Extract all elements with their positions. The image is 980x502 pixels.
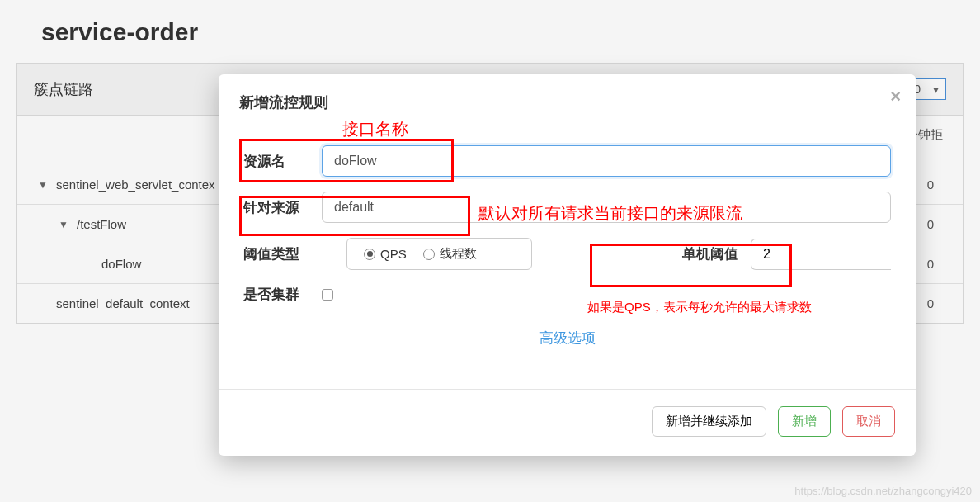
source-input[interactable] <box>322 192 891 223</box>
radio-unchecked-icon <box>423 249 435 260</box>
threshold-input[interactable] <box>751 239 891 270</box>
close-icon[interactable]: × <box>890 86 901 107</box>
radio-checked-icon <box>364 249 375 260</box>
single-threshold-label: 单机阈值 <box>682 244 738 263</box>
cluster-label: 是否集群 <box>243 285 322 304</box>
watermark: https://blog.csdn.net/zhangcongyi420 <box>794 485 972 497</box>
source-label: 针对来源 <box>243 198 322 217</box>
modal-footer: 新增并继续添加 新增 取消 <box>219 389 916 441</box>
radio-qps-label: QPS <box>380 247 407 261</box>
threshold-type-radio-group: QPS 线程数 <box>346 238 532 270</box>
radio-threads-label: 线程数 <box>440 246 477 262</box>
add-button[interactable]: 新增 <box>778 406 831 437</box>
threshold-type-label: 阈值类型 <box>243 244 322 263</box>
resource-input[interactable] <box>322 145 891 177</box>
modal-title: 新增流控规则 <box>219 74 916 122</box>
modal-add-flow-rule: × 新增流控规则 资源名 针对来源 阈值类型 QPS 线程数 <box>219 74 916 456</box>
radio-qps[interactable]: QPS <box>364 247 407 261</box>
cluster-checkbox[interactable] <box>322 289 333 301</box>
resource-label: 资源名 <box>243 152 322 171</box>
advanced-options-link[interactable]: 高级选项 <box>539 330 596 346</box>
cancel-button[interactable]: 取消 <box>842 406 895 437</box>
radio-threads[interactable]: 线程数 <box>423 246 477 262</box>
add-continue-button[interactable]: 新增并继续添加 <box>652 406 766 437</box>
